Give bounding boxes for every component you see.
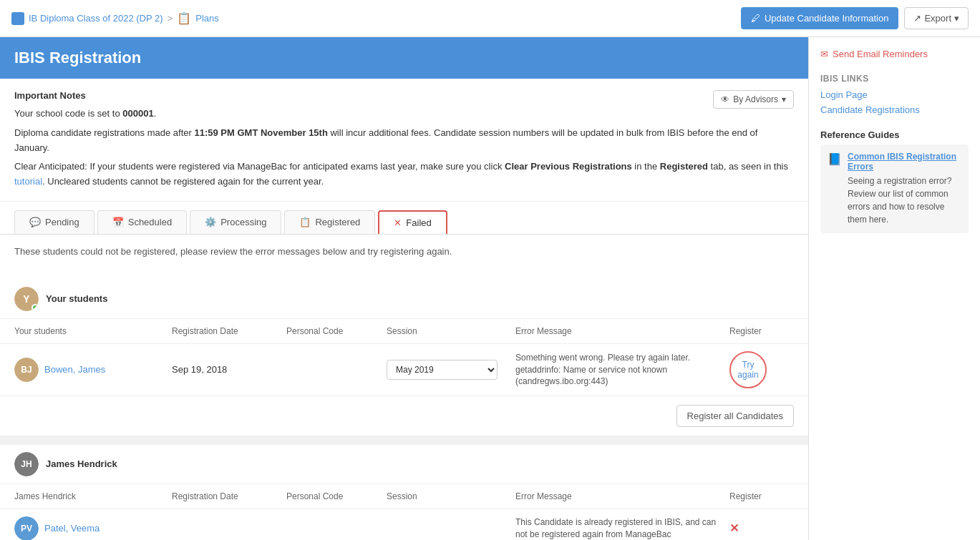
tutorial-link[interactable]: tutorial: [14, 176, 42, 187]
student2-register-cell: ✕: [729, 521, 794, 535]
section1-columns: Your students Registration Date Personal…: [0, 319, 808, 344]
registered-icon: 📋: [299, 217, 311, 227]
table-row: BJ Bowen, James Sep 19, 2018 May 2019 So…: [0, 344, 808, 396]
remove-icon[interactable]: ✕: [729, 522, 739, 534]
status-dot: [31, 304, 39, 311]
col-error: Error Message: [515, 326, 729, 336]
section2-name: James Hendrick: [46, 458, 117, 469]
section-james-hendrick: JH James Hendrick James Hendrick Registr…: [0, 445, 808, 540]
failed-note: These students could not be registered, …: [14, 246, 794, 257]
update-icon: 🖊: [751, 13, 760, 24]
section1-avatar: Y: [14, 287, 39, 311]
tab-scheduled[interactable]: 📅 Scheduled: [97, 210, 187, 234]
col-regdate: Registration Date: [172, 326, 286, 336]
common-errors-desc: Seeing a registration error? Review our …: [848, 176, 951, 225]
col-student: Your students: [14, 326, 172, 336]
sidebar-ibis-links-section: IBIS LINKS Login Page Candidate Registra…: [820, 74, 969, 115]
col2-personalcode: Personal Code: [286, 491, 387, 501]
col2-session: Session: [387, 491, 515, 501]
col-personalcode: Personal Code: [286, 326, 387, 336]
grid-icon: [11, 12, 24, 25]
section-divider: [0, 436, 808, 445]
section1-register-all-button[interactable]: Register all Candidates: [676, 405, 794, 427]
breadcrumb-home[interactable]: IB Diploma Class of 2022 (DP 2): [29, 13, 163, 24]
failed-icon: ✕: [394, 217, 402, 228]
col-session: Session: [387, 326, 515, 336]
student1-session-cell: May 2019: [387, 360, 515, 380]
student1-name-link[interactable]: Bowen, James: [44, 364, 105, 375]
col2-regdate: Registration Date: [172, 491, 286, 501]
chevron-down-icon: ▾: [954, 13, 959, 24]
notes-title: Important Notes: [14, 90, 794, 101]
eye-icon: 👁: [721, 94, 729, 104]
col-register: Register: [729, 326, 794, 336]
breadcrumb-current[interactable]: Plans: [195, 13, 219, 24]
sidebar-email-section: ✉ Send Email Reminders: [820, 49, 969, 59]
page-title: IBIS Registration: [14, 49, 794, 67]
tabs-bar: 💬 Pending 📅 Scheduled ⚙️ Processing 📋 Re…: [0, 202, 808, 235]
notes-line3: Clear Anticipated: If your students were…: [14, 159, 794, 190]
student1-avatar: BJ: [14, 358, 39, 382]
col2-register: Register: [729, 491, 794, 501]
processing-icon: ⚙️: [205, 217, 216, 227]
sidebar: ✉ Send Email Reminders IBIS LINKS Login …: [808, 37, 980, 540]
login-page-link[interactable]: Login Page: [820, 89, 969, 100]
student1-register-cell: Try again: [729, 351, 794, 388]
candidate-registrations-link[interactable]: Candidate Registrations: [820, 104, 969, 115]
section2-columns: James Hendrick Registration Date Persona…: [0, 484, 808, 509]
common-errors-link[interactable]: Common IBIS Registration Errors: [848, 152, 961, 172]
export-icon: ↗: [913, 13, 921, 24]
by-advisors-button[interactable]: 👁 By Advisors ▾: [713, 90, 794, 109]
col2-error: Error Message: [515, 491, 729, 501]
student1-regdate: Sep 19, 2018: [172, 364, 286, 375]
top-bar-actions: 🖊 Update Candidate Information ↗ Export …: [741, 7, 969, 29]
col2-student: James Hendrick: [14, 491, 172, 501]
student2-error: This Candidate is already registered in …: [515, 516, 729, 540]
email-reminders-link[interactable]: ✉ Send Email Reminders: [820, 49, 969, 59]
ibis-links-title: IBIS LINKS: [820, 74, 969, 84]
tab-content: These students could not be registered, …: [0, 235, 808, 280]
student2-name-link[interactable]: Patel, Veema: [44, 523, 100, 534]
student1-session-select[interactable]: May 2019: [387, 360, 498, 380]
section1-register-all: Register all Candidates: [0, 396, 808, 436]
book-icon: 📘: [828, 152, 842, 166]
section1-header: Y Your students: [0, 280, 808, 319]
reference-guides-title: Reference Guides: [820, 129, 969, 140]
section1-name: Your students: [46, 293, 107, 304]
notes-line2: Diploma candidate registrations made aft…: [14, 126, 794, 156]
top-bar: IB Diploma Class of 2022 (DP 2) > 📋 Plan…: [0, 0, 980, 37]
section2-header: JH James Hendrick: [0, 445, 808, 484]
breadcrumb-separator: >: [168, 13, 173, 24]
scheduled-icon: 📅: [112, 217, 124, 227]
table-row: PV Patel, Veema This Candidate is alread…: [0, 509, 808, 540]
tab-pending[interactable]: 💬 Pending: [14, 210, 94, 234]
update-candidate-button[interactable]: 🖊 Update Candidate Information: [741, 7, 898, 29]
dropdown-icon: ▾: [782, 94, 786, 104]
student2-avatar: PV: [14, 516, 39, 540]
student1-error: Something went wrong. Please try again l…: [515, 352, 729, 388]
notes-text: Your school code is set to 000001.: [14, 107, 794, 122]
content-area: IBIS Registration 👁 By Advisors ▾ Import…: [0, 37, 808, 540]
section-your-students: Y Your students Your students Registrati…: [0, 280, 808, 436]
tab-registered[interactable]: 📋 Registered: [284, 210, 375, 234]
export-button[interactable]: ↗ Export ▾: [904, 7, 969, 29]
breadcrumb: IB Diploma Class of 2022 (DP 2) > 📋 Plan…: [11, 11, 219, 25]
pending-icon: 💬: [29, 217, 41, 227]
email-icon: ✉: [820, 49, 828, 59]
main-layout: IBIS Registration 👁 By Advisors ▾ Import…: [0, 37, 980, 540]
try-again-button[interactable]: Try again: [729, 351, 767, 388]
common-errors-card: 📘 Common IBIS Registration Errors Seeing…: [820, 144, 969, 233]
section2-avatar: JH: [14, 452, 39, 476]
sidebar-reference-section: Reference Guides 📘 Common IBIS Registrat…: [820, 129, 969, 233]
tab-processing[interactable]: ⚙️ Processing: [190, 210, 281, 234]
notes-section: 👁 By Advisors ▾ Important Notes Your sch…: [0, 79, 808, 202]
page-title-bar: IBIS Registration: [0, 37, 808, 79]
school-code: 000001: [122, 108, 153, 119]
tab-failed[interactable]: ✕ Failed: [378, 210, 447, 234]
